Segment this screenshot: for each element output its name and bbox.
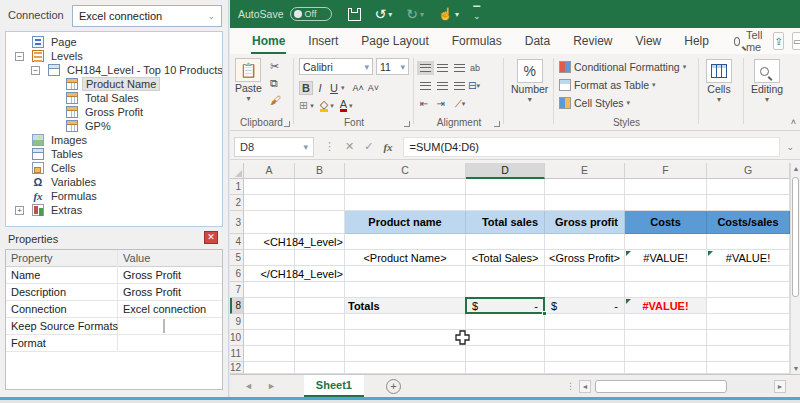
- tree-item-gp-percent[interactable]: GP%: [6, 119, 222, 133]
- row-header-7[interactable]: 7: [230, 282, 244, 298]
- font-name-select[interactable]: Calibri▾: [299, 58, 373, 75]
- tab-formulas[interactable]: Formulas: [451, 29, 503, 53]
- customize-quick-access-icon[interactable]: ▔⌄: [473, 9, 481, 19]
- cell-B5[interactable]: [295, 250, 345, 266]
- increase-font-icon[interactable]: A˄: [353, 83, 364, 93]
- tab-review[interactable]: Review: [572, 29, 613, 53]
- tree-item-ch184-level[interactable]: − CH184_Level - Top 10 Products: [6, 63, 222, 77]
- cell-F4[interactable]: [625, 234, 707, 250]
- row-header-9[interactable]: 9: [230, 314, 244, 330]
- tree-item-variables[interactable]: Ω Variables: [6, 175, 222, 189]
- col-header-A[interactable]: A: [244, 163, 295, 179]
- cell-E10[interactable]: [545, 330, 625, 346]
- align-top-icon[interactable]: [420, 64, 431, 72]
- cell-D3[interactable]: Total sales: [466, 211, 545, 234]
- cell-C8[interactable]: Totals: [345, 298, 466, 314]
- cell-styles-button[interactable]: Cell Styles ▾: [559, 95, 630, 110]
- formula-input[interactable]: =SUM(D4:D6): [403, 137, 781, 157]
- property-row-name[interactable]: Name Gross Profit: [6, 267, 222, 284]
- keep-source-formats-checkbox[interactable]: [163, 319, 165, 333]
- cell-C4[interactable]: [345, 234, 466, 250]
- col-header-C[interactable]: C: [345, 163, 466, 179]
- bold-button[interactable]: B: [299, 81, 313, 95]
- borders-icon[interactable]: ⊞: [299, 99, 308, 112]
- cell-B3[interactable]: [295, 211, 345, 234]
- alignment-dialog-launcher-icon[interactable]: [494, 121, 500, 127]
- cell-D1[interactable]: [466, 179, 545, 195]
- tree-item-page[interactable]: Page: [6, 35, 222, 49]
- cell-C9[interactable]: [345, 314, 466, 330]
- comment-icon[interactable]: ▭: [792, 32, 800, 50]
- collapse-icon[interactable]: −: [15, 52, 24, 61]
- tree-item-levels[interactable]: − Levels: [6, 49, 222, 63]
- format-painter-icon[interactable]: 🖌: [270, 94, 281, 106]
- cell-E1[interactable]: [545, 179, 625, 195]
- conditional-formatting-button[interactable]: Conditional Formatting ▾: [559, 59, 686, 74]
- name-box[interactable]: D8 ▾: [234, 137, 314, 157]
- tell-me-search[interactable]: Tell me: [734, 29, 766, 53]
- row-header-8[interactable]: 8: [230, 298, 244, 314]
- cell-E6[interactable]: [545, 266, 625, 282]
- horizontal-scrollbar[interactable]: [591, 380, 787, 393]
- cell-G10[interactable]: [707, 330, 790, 346]
- tree-item-total-sales[interactable]: Total Sales: [6, 91, 222, 105]
- undo-dropdown-icon[interactable]: ▾: [388, 10, 392, 19]
- col-header-G[interactable]: G: [707, 163, 790, 179]
- cell-G2[interactable]: [707, 195, 790, 211]
- touch-mouse-mode-icon[interactable]: ☝: [438, 7, 453, 21]
- tree-item-extras[interactable]: + Extras: [6, 203, 222, 217]
- font-color-icon[interactable]: A: [340, 99, 347, 112]
- cell-G7[interactable]: [707, 282, 790, 298]
- collapse-icon[interactable]: −: [31, 66, 40, 75]
- cell-C3[interactable]: Product name: [345, 211, 466, 234]
- cell-G4[interactable]: [707, 234, 790, 250]
- row-header-5[interactable]: 5: [230, 250, 244, 266]
- cell-B2[interactable]: [295, 195, 345, 211]
- cell-G11[interactable]: [707, 346, 790, 362]
- cell-C1[interactable]: [345, 179, 466, 195]
- cell-F10[interactable]: [625, 330, 707, 346]
- cell-G6[interactable]: [707, 266, 790, 282]
- col-header-B[interactable]: B: [295, 163, 345, 179]
- cell-E4[interactable]: [545, 234, 625, 250]
- cell-C5[interactable]: <Product Name>: [345, 250, 466, 266]
- horizontal-scroll-thumb[interactable]: [595, 380, 727, 393]
- cell-E8[interactable]: $-: [545, 298, 625, 314]
- font-size-select[interactable]: 11▾: [376, 58, 409, 75]
- cell-A7[interactable]: [244, 282, 295, 298]
- align-bottom-icon[interactable]: [454, 64, 465, 72]
- row-header-4[interactable]: 4: [230, 234, 244, 250]
- paste-button[interactable]: 📋 Paste ▾: [235, 58, 262, 103]
- cell-A2[interactable]: [244, 195, 295, 211]
- connection-dropdown[interactable]: Excel connection ⌄: [72, 5, 222, 27]
- scroll-up-icon[interactable]: ▲: [791, 165, 800, 172]
- cells-button[interactable]: Cells ▾: [706, 59, 732, 104]
- underline-button[interactable]: U: [327, 82, 341, 94]
- align-right-icon[interactable]: [454, 82, 465, 90]
- cell-F12[interactable]: [625, 362, 707, 374]
- cell-D2[interactable]: [466, 195, 545, 211]
- cell-F3[interactable]: Costs: [625, 211, 707, 234]
- copy-icon[interactable]: ⧉: [270, 77, 281, 90]
- cell-C10[interactable]: [345, 330, 466, 346]
- align-left-icon[interactable]: [420, 82, 431, 90]
- expand-icon[interactable]: +: [15, 206, 24, 215]
- cell-C7[interactable]: [345, 282, 466, 298]
- cell-B10[interactable]: [295, 330, 345, 346]
- name-box-dropdown-icon[interactable]: ▾: [303, 142, 308, 152]
- cell-D12[interactable]: [466, 362, 545, 374]
- align-middle-icon[interactable]: [437, 64, 448, 72]
- tree-item-formulas[interactable]: fx Formulas: [6, 189, 222, 203]
- hscroll-left-icon[interactable]: ◄: [579, 380, 591, 393]
- undo-icon[interactable]: ↺: [375, 7, 387, 21]
- cell-D7[interactable]: [466, 282, 545, 298]
- cell-G12[interactable]: [707, 362, 790, 374]
- clipboard-dialog-launcher-icon[interactable]: [284, 121, 290, 127]
- cell-F2[interactable]: [625, 195, 707, 211]
- cell-D11[interactable]: [466, 346, 545, 362]
- row-header-2[interactable]: 2: [230, 195, 244, 211]
- cell-E2[interactable]: [545, 195, 625, 211]
- scroll-down-icon[interactable]: ▼: [791, 365, 800, 372]
- cell-D4[interactable]: [466, 234, 545, 250]
- cell-D9[interactable]: [466, 314, 545, 330]
